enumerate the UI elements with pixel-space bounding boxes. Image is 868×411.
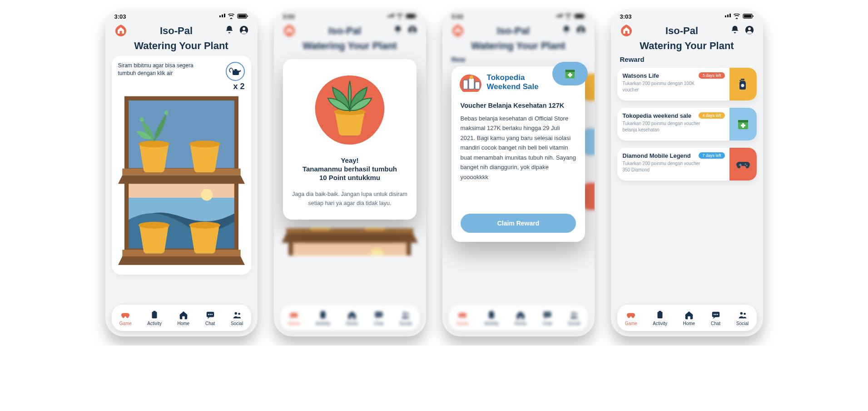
app-title: Iso-Pal [665, 25, 698, 37]
voucher-title-2: Weekend Sale [487, 82, 539, 91]
grown-plant-illustration [311, 71, 388, 148]
success-modal-card: Yeay! Tanamanmu berhasil tumbuh 10 Point… [283, 59, 417, 220]
nav-home[interactable]: Home [177, 310, 189, 326]
reward-section-title: Reward [617, 55, 757, 68]
status-time: 3:03 [114, 13, 126, 20]
phone-screen-voucher-modal: 3:03 Iso-Pal Watering Your Plant Rew Gam… [442, 9, 595, 336]
status-time: 3:03 [620, 13, 632, 20]
modal-body: Jaga dia baik-baik. Jangan lupa untuk di… [292, 190, 408, 208]
status-bar: 3:03 [611, 9, 763, 22]
nav-game[interactable]: Game [119, 310, 132, 326]
nav-game[interactable]: Game [625, 310, 637, 326]
nav-chat[interactable]: Chat [205, 310, 215, 326]
app-logo-icon[interactable] [619, 24, 634, 38]
app-logo-icon[interactable] [114, 24, 128, 38]
voucher-description: Bebas belanja kesehatan di Official Stor… [461, 114, 576, 182]
app-header: Iso-Pal [105, 22, 258, 38]
phone-screen-success-modal: 3:03 Iso-Pal Watering Your Plant Game Ac… [274, 9, 426, 336]
reward-desc: Tukarkan 200 poinmu dengan voucher belan… [623, 120, 702, 133]
game-card: Siram bibitmu agar bisa segera tumbuh de… [112, 55, 251, 275]
reward-accent-icon [729, 148, 757, 180]
nav-activity[interactable]: Activity [147, 310, 162, 326]
status-icons [219, 14, 248, 19]
bottom-nav: Game Activity Home Chat Social [617, 305, 757, 331]
reward-days-badge: 4 days left [699, 112, 724, 119]
bottom-nav: Game Activity Home Chat Social [112, 305, 251, 331]
reward-accent-icon [729, 108, 757, 140]
modal-line1: Yeay! [292, 156, 408, 164]
voucher-products-icon [459, 73, 482, 92]
status-bar: 3:03 [105, 9, 258, 22]
nav-social[interactable]: Social [231, 310, 243, 326]
phone-screen-rewards: 3:03 Iso-Pal Watering Your Plant Reward … [611, 9, 763, 336]
rewards-list: Watsons LifeTukarkan 200 poinmu dengan 1… [617, 68, 757, 180]
voucher-title-1: Tokopedia [487, 73, 539, 82]
reward-item[interactable]: Diamond Mobile LegendTukarkan 200 poinmu… [617, 148, 757, 180]
reward-item[interactable]: Watsons LifeTukarkan 200 poinmu dengan 1… [617, 68, 757, 100]
nav-social[interactable]: Social [736, 310, 749, 326]
app-header: Iso-Pal [611, 22, 763, 38]
watering-can-button[interactable] [226, 62, 245, 81]
modal-line3: 10 Point untukkmu [292, 174, 408, 181]
reward-item[interactable]: Tokopedia weekend saleTukarkan 200 poinm… [617, 108, 757, 140]
reward-days-badge: 3 days left [699, 72, 724, 79]
nav-home[interactable]: Home [683, 310, 695, 326]
page-title: Watering Your Plant [611, 38, 763, 55]
bell-icon[interactable] [730, 25, 740, 37]
reward-days-badge: 7 days left [699, 152, 724, 159]
bell-icon[interactable] [224, 25, 234, 37]
claim-reward-button[interactable]: Claim Reward [461, 214, 576, 233]
reward-desc: Tukarkan 200 poinmu dengan 100K voucher [623, 80, 702, 93]
profile-icon[interactable] [744, 25, 754, 37]
profile-icon[interactable] [239, 25, 249, 37]
modal-line2: Tanamanmu berhasil tumbuh [292, 165, 408, 173]
page-title: Watering Your Plant [105, 38, 258, 55]
nav-activity[interactable]: Activity [653, 310, 667, 326]
app-title: Iso-Pal [160, 25, 193, 37]
phone-screen-game: 3:03 Iso-Pal Watering Your Plant Siram b… [105, 9, 258, 336]
voucher-modal-card: Tokopedia Weekend Sale Voucher Belanja K… [451, 66, 585, 242]
reward-accent-icon [729, 68, 757, 100]
instruction-text: Siram bibitmu agar bisa segera tumbuh de… [118, 62, 200, 77]
nav-chat[interactable]: Chat [711, 310, 721, 326]
voucher-medkit-icon [552, 62, 588, 85]
status-icons [725, 14, 754, 19]
voucher-modal: Tokopedia Weekend Sale Voucher Belanja K… [442, 9, 595, 336]
reward-desc: Tukarkan 200 poinmu dengan voucher 350 D… [623, 160, 702, 173]
success-modal: Yeay! Tanamanmu berhasil tumbuh 10 Point… [274, 9, 426, 336]
plant-shelf-illustration[interactable] [118, 94, 245, 269]
water-count: x 2 [233, 82, 244, 91]
voucher-subtitle: Voucher Belanja Kesehatan 127K [461, 102, 576, 109]
